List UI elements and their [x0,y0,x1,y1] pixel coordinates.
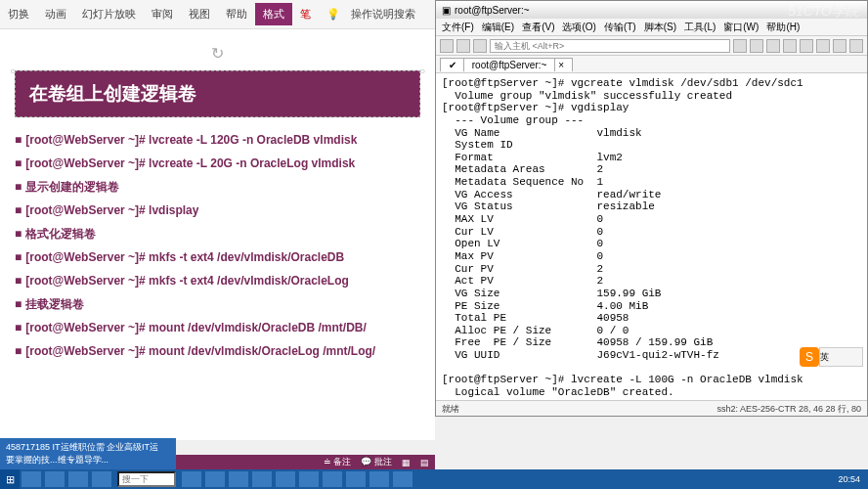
toolbar-icon[interactable] [750,39,763,53]
slide-line: 显示创建的逻辑卷 [15,178,420,196]
taskbar-app[interactable] [346,471,366,487]
edge-icon[interactable] [68,471,88,487]
clock[interactable]: 20:54 [830,474,868,484]
slide-line: 挂载逻辑卷 [15,295,420,313]
terminal-statusbar: 就绪 ssh2: AES-256-CTR 28, 46 28 行, 80 [436,400,867,416]
menu-edit[interactable]: 编辑(E) [482,21,514,33]
connect-icon[interactable] [440,39,454,53]
toolbar-icon[interactable] [800,39,813,53]
start-button[interactable]: ⊞ [0,469,20,489]
refresh-icon: ↻ [15,44,420,63]
slide-title[interactable]: 在卷组上创建逻辑卷 [15,70,420,117]
taskbar-app[interactable] [299,471,319,487]
toolbar-icon[interactable] [816,39,830,53]
watermark: 51CTO学院 [788,3,859,21]
tab-help[interactable]: 帮助 [218,7,255,22]
status-connection: ssh2: AES-256-CTR 28, 46 28 行, 80 [716,403,861,414]
view-sorter-icon[interactable]: ▤ [420,458,429,467]
menu-transfer[interactable]: 传输(T) [604,21,636,33]
slide-line: [root@WebServer ~]# lvcreate -L 20G -n O… [15,155,420,172]
sogou-ime-icon[interactable]: S [800,347,819,367]
notes-button[interactable]: ≐ 备注 [324,456,352,468]
tab-slideshow[interactable]: 幻灯片放映 [74,7,144,22]
tab-animation[interactable]: 动画 [37,7,74,22]
toolbar-icon[interactable] [783,39,797,53]
taskbar-app[interactable] [205,471,225,487]
tab-format[interactable]: 格式 [255,3,292,25]
slide-line: [root@WebServer ~]# mkfs -t ext4 /dev/vl… [15,248,420,266]
toolbar-icon[interactable] [766,39,780,53]
terminal-menubar: 文件(F) 编辑(E) 查看(V) 选项(O) 传输(T) 脚本(S) 工具(L… [436,19,867,36]
windows-taskbar: ⊞ 20:54 [0,469,868,489]
tab-transition[interactable]: 切换 [0,7,37,22]
toolbar-icon[interactable] [733,39,747,53]
session-tab[interactable]: ✔ root@ftpServer:~ × [440,58,573,71]
menu-script[interactable]: 脚本(S) [644,21,676,33]
terminal-tabbar: ✔ root@ftpServer:~ × [436,56,867,73]
reconnect-icon[interactable] [473,39,487,53]
terminal-icon: ▣ [442,5,451,16]
explorer-icon[interactable] [182,471,201,487]
ime-toolbar[interactable]: 英 [819,347,863,367]
cortana-icon[interactable] [45,471,65,487]
menu-help[interactable]: 帮助(H) [766,21,800,33]
task-view-icon[interactable] [22,471,41,487]
taskbar-app[interactable] [92,471,111,487]
taskbar-app[interactable] [393,471,412,487]
course-banner: 458717185 IT运维职位需 企业高级IT运 要掌握的技...维专题导学.… [0,438,176,469]
menu-window[interactable]: 窗口(W) [723,21,759,33]
slide-line: [root@WebServer ~]# lvcreate -L 120G -n … [15,131,420,149]
taskbar-app[interactable] [252,471,272,487]
menu-tools[interactable]: 工具(L) [684,21,716,33]
taskbar-app[interactable] [276,471,295,487]
slide-line: [root@WebServer ~]# lvdisplay [15,201,420,219]
status-ready: 就绪 [442,403,459,414]
slide-canvas: ↻ 在卷组上创建逻辑卷 [root@WebServer ~]# lvcreate… [0,29,435,440]
taskbar-app[interactable] [229,471,248,487]
comments-button[interactable]: 💬 批注 [361,456,392,468]
tab-review[interactable]: 审阅 [144,7,181,22]
slide-line: [root@WebServer ~]# mkfs -t ext4 /dev/vl… [15,272,420,289]
tell-me[interactable]: 💡 操作说明搜索 [319,7,431,22]
slide-line: 格式化逻辑卷 [15,225,420,243]
taskbar-app[interactable] [323,471,342,487]
tab-view[interactable]: 视图 [181,7,218,22]
terminal-toolbar [436,36,867,56]
host-input[interactable] [490,39,730,53]
menu-file[interactable]: 文件(F) [442,21,474,33]
tab-pen[interactable]: 笔 [292,7,319,22]
menu-options[interactable]: 选项(O) [562,21,595,33]
toolbar-icon[interactable] [849,39,863,53]
menu-view[interactable]: 查看(V) [522,21,554,33]
slide-line: [root@WebServer ~]# mount /dev/vlmdisk/O… [15,342,420,360]
taskbar-app[interactable] [369,471,389,487]
view-normal-icon[interactable]: ▦ [402,458,411,467]
quick-connect-icon[interactable] [456,39,470,53]
taskbar-search[interactable] [117,471,176,487]
slide-line: [root@WebServer ~]# mount /dev/vlmdisk/O… [15,319,420,336]
toolbar-icon[interactable] [833,39,846,53]
